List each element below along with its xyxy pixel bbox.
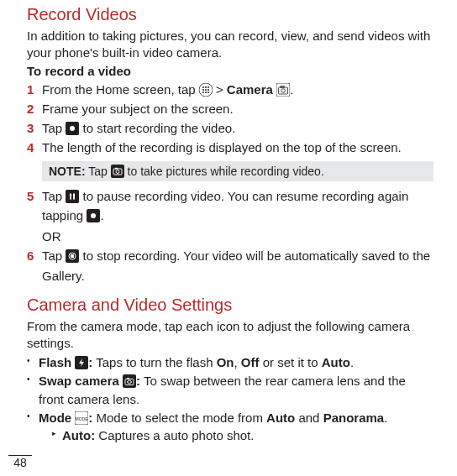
mode-pano: Panorama xyxy=(323,411,385,425)
step-1-camera-label: Camera xyxy=(227,82,276,97)
mode-sublist: Auto: Captures a auto photo shot. xyxy=(52,426,433,445)
sub-auto-text: Captures a auto photo shot. xyxy=(95,428,254,442)
bullet-swap: Swap camera : To swap between the rear c… xyxy=(27,372,433,409)
flash-comma: , xyxy=(234,355,241,369)
section-title-record-videos: Record Videos xyxy=(27,5,433,24)
bullet-mode: Mode : Mode to select the mode from Auto… xyxy=(27,409,433,446)
mode-label: Mode xyxy=(39,411,75,425)
flash-off: Off xyxy=(241,355,260,369)
apps-icon xyxy=(199,83,213,97)
step-3: Tap to start recording the video. xyxy=(27,118,433,138)
record-icon xyxy=(66,122,79,135)
step-1-text-a: From the Home screen, tap xyxy=(42,82,199,97)
page-number: 48 xyxy=(8,455,32,469)
flash-icon xyxy=(75,356,88,369)
mode-text-a: Mode to select the mode from xyxy=(92,411,266,425)
flash-or: or set it to xyxy=(260,355,322,369)
steps-list-2: Tap to pause recording video. You can re… xyxy=(27,186,433,285)
step-6-text-b: to stop recording. Your video will be au… xyxy=(42,248,430,282)
camera-app-icon xyxy=(276,83,290,97)
sub-auto: Auto: Captures a auto photo shot. xyxy=(52,426,433,445)
step-6: Tap to stop recording. Your video will b… xyxy=(27,246,433,285)
flash-on: On xyxy=(217,355,234,369)
step-5-or: OR xyxy=(42,227,433,246)
mode-end: . xyxy=(384,411,387,425)
page: Record Videos In addition to taking pict… xyxy=(0,0,457,445)
pause-icon xyxy=(66,190,79,203)
step-5-text-a: Tap xyxy=(42,189,66,203)
intro-text: In addition to taking pictures, you can … xyxy=(27,28,433,62)
flash-text-a: Taps to turn the flash xyxy=(92,355,216,369)
step-4: The length of the recording is displayed… xyxy=(27,138,433,157)
photo-icon xyxy=(111,165,124,178)
step-5: Tap to pause recording video. You can re… xyxy=(27,186,433,247)
bullet-flash: Flash : Taps to turn the flash On, Off o… xyxy=(27,353,433,372)
step-2: Frame your subject on the screen. xyxy=(27,99,433,118)
step-3-text-a: Tap xyxy=(42,121,66,135)
mode-icon xyxy=(75,411,88,425)
note-box: NOTE: Tap to take pictures while recordi… xyxy=(42,161,433,181)
intro-text-2: From the camera mode, tap each icon to a… xyxy=(27,318,433,353)
subhead-record: To record a video xyxy=(27,64,433,78)
flash-end: . xyxy=(350,355,354,369)
note-text-a: Tap xyxy=(86,165,111,178)
sub-auto-label: Auto: xyxy=(62,428,95,442)
note-text-b: to take pictures while recording video. xyxy=(124,165,324,178)
step-1-gt: > xyxy=(216,82,227,97)
mode-auto: Auto xyxy=(266,411,295,425)
settings-list: Flash : Taps to turn the flash On, Off o… xyxy=(27,353,433,445)
swap-camera-icon xyxy=(123,374,136,388)
step-3-text-b: to start recording the video. xyxy=(83,121,236,135)
section-title-camera-settings: Camera and Video Settings xyxy=(27,296,433,315)
record-icon xyxy=(87,209,100,222)
stop-icon xyxy=(66,249,79,263)
swap-label: Swap camera xyxy=(39,374,123,388)
steps-list: From the Home screen, tap > Camera . Fra… xyxy=(27,80,433,158)
step-4-text: The length of the recording is displayed… xyxy=(42,140,402,154)
flash-auto: Auto xyxy=(322,355,350,369)
note-label: NOTE: xyxy=(49,165,86,178)
step-2-text: Frame your subject on the screen. xyxy=(42,102,234,116)
flash-label: Flash xyxy=(39,355,75,369)
step-5-text-c: . xyxy=(100,208,103,222)
step-1-text-b: . xyxy=(290,82,293,97)
step-6-text-a: Tap xyxy=(42,248,66,263)
step-1: From the Home screen, tap > Camera . xyxy=(27,80,433,99)
mode-and: and xyxy=(295,411,323,425)
